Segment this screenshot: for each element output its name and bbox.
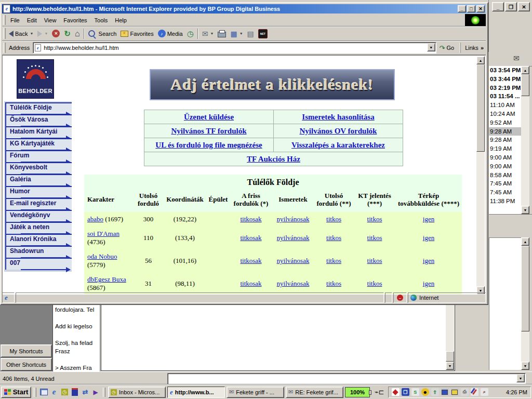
- map-forward-link[interactable]: igen: [423, 215, 434, 223]
- menu-edit[interactable]: Edit: [23, 16, 41, 25]
- outlook-icon[interactable]: ◷: [60, 388, 69, 396]
- menu-view[interactable]: View: [41, 16, 60, 25]
- message-list-item[interactable]: 03 3:44 PM: [489, 75, 521, 84]
- message-list-item[interactable]: 10:24 AM: [489, 110, 521, 118]
- media-player-icon[interactable]: ▶: [91, 388, 100, 396]
- character-link[interactable]: soi D'Aman: [87, 230, 119, 237]
- knowledge-link[interactable]: nyilvánosak: [277, 257, 310, 264]
- search-button[interactable]: Search: [86, 28, 119, 39]
- fresh-turns-link[interactable]: titkosak: [240, 234, 261, 242]
- menu-file[interactable]: File: [7, 16, 23, 25]
- sidebar-item-shadowrun[interactable]: Shadowrun: [5, 246, 72, 258]
- quick-link[interactable]: Ismeretek hasonlítása: [302, 113, 374, 121]
- quick-link[interactable]: Nyilvános TF fordulók: [171, 127, 246, 135]
- menu-help[interactable]: Help: [111, 16, 130, 25]
- last-turn-link[interactable]: titkos: [326, 234, 341, 242]
- scroll-up-icon[interactable]: ▲: [476, 56, 485, 64]
- fresh-turns-link[interactable]: titkosak: [240, 257, 261, 264]
- outlook-list-scrollbar[interactable]: ▲ ▼: [521, 66, 529, 214]
- sidebar-item-j-t-k-a-neten[interactable]: Játék a neten: [5, 222, 72, 234]
- sidebar-item-t-l-l-k-f-ldje[interactable]: Túlélők Földje: [5, 102, 72, 114]
- scroll-up-icon[interactable]: ▲: [521, 237, 529, 246]
- sidebar-item--s-k-v-rosa[interactable]: Ősök Városa: [5, 114, 72, 126]
- map-forward-link[interactable]: igen: [423, 234, 434, 242]
- message-list-item[interactable]: 7:45 AM: [489, 188, 521, 197]
- mail-button[interactable]: ✉▼: [200, 28, 216, 39]
- message-list-item[interactable]: 9:28 AM: [489, 127, 521, 136]
- scrollbar-thumb[interactable]: [446, 351, 454, 362]
- message-list-item[interactable]: 03 3:54 PM: [489, 66, 521, 75]
- map-forward-link[interactable]: igen: [423, 257, 434, 264]
- sidebar-item-e-mail-regiszter[interactable]: E-mail regiszter: [5, 198, 72, 210]
- kt-report-link[interactable]: titkos: [367, 215, 382, 223]
- outlook-close-button[interactable]: ✕: [518, 2, 530, 11]
- last-turn-link[interactable]: titkos: [326, 280, 341, 287]
- message-list-item[interactable]: 9:00 AM: [489, 153, 521, 162]
- battery-indicator[interactable]: 100%: [345, 387, 370, 397]
- sidebar-item-hatalom-k-rty-i[interactable]: Hatalom Kártyái: [5, 126, 72, 138]
- minimize-button[interactable]: _: [458, 5, 466, 12]
- scroll-down-icon[interactable]: ▼: [521, 206, 529, 214]
- print-button[interactable]: [216, 28, 228, 39]
- banner-ad[interactable]: Adj értelmet a klikkelésnek!: [150, 69, 395, 100]
- media-button[interactable]: ♪Media: [156, 28, 185, 39]
- message-list-item[interactable]: 8:58 AM: [489, 171, 521, 180]
- message-list-item[interactable]: 9:52 AM: [489, 118, 521, 127]
- outlook-reading-scrollbar[interactable]: ▲ ▼: [521, 237, 529, 370]
- scroll-down-icon[interactable]: ▼: [446, 362, 454, 370]
- character-link[interactable]: oda Nobuo: [87, 252, 117, 260]
- menu-favorites[interactable]: Favorites: [60, 16, 90, 25]
- start-button[interactable]: Start: [1, 387, 31, 398]
- show-desktop-icon[interactable]: [39, 388, 48, 396]
- messenger-button[interactable]: NET: [256, 28, 270, 39]
- message-list-item[interactable]: 11:10 AM: [489, 101, 521, 110]
- sidebar-item-humor[interactable]: Humor: [5, 186, 72, 198]
- my-shortcuts-button[interactable]: My Shortcuts: [1, 344, 52, 357]
- other-shortcuts-button[interactable]: Other Shortcuts: [1, 358, 52, 371]
- outlook-restore-button[interactable]: ❐: [505, 2, 517, 11]
- sidebar-item-k-nyvesbolt[interactable]: Könyvesbolt: [5, 162, 72, 174]
- chevron-down-icon[interactable]: ▼: [516, 374, 525, 382]
- sidebar-item-kg-k-rtyaj-t-k[interactable]: KG Kártyajáték: [5, 138, 72, 150]
- character-link[interactable]: dbEgesz Buxa: [87, 275, 126, 283]
- maximize-button[interactable]: □: [467, 5, 475, 12]
- stop-button[interactable]: ✕: [50, 28, 62, 39]
- outlook-message-list[interactable]: 03 3:54 PM03 3:44 PM03 2:19 PM03 11:54 .…: [489, 66, 521, 214]
- sidebar-item-gal-ria[interactable]: Galéria: [5, 174, 72, 186]
- scroll-down-icon[interactable]: ▼: [521, 362, 529, 370]
- map-forward-link[interactable]: igen: [423, 280, 434, 287]
- task-button[interactable]: ehttp://www.b...: [167, 387, 225, 398]
- scrollbar-thumb[interactable]: [521, 246, 529, 331]
- tray-monitor2-icon[interactable]: [451, 388, 459, 396]
- tray-sync-icon[interactable]: S: [411, 388, 419, 396]
- outlook-minimize-button[interactable]: _: [492, 2, 504, 11]
- favorites-button[interactable]: Favorites: [118, 28, 155, 39]
- last-turn-link[interactable]: titkos: [326, 215, 341, 223]
- go-button[interactable]: ↷Go: [436, 44, 458, 52]
- message-list-item[interactable]: 9:00 AM: [489, 162, 521, 171]
- scrollbar-thumb[interactable]: [521, 74, 529, 96]
- tray-antivirus-icon[interactable]: [471, 388, 478, 396]
- outlook-status-combo[interactable]: ▼: [167, 373, 526, 384]
- sidebar-item-007[interactable]: 007: [5, 258, 72, 270]
- fresh-turns-link[interactable]: titkosak: [240, 280, 261, 287]
- message-list-item[interactable]: 03 2:19 PM: [489, 84, 521, 92]
- close-button[interactable]: ✕: [476, 5, 485, 12]
- scroll-up-icon[interactable]: ▲: [521, 66, 529, 74]
- ie-title-bar[interactable]: e http://www.beholder.hu/l1.htm - Micros…: [2, 4, 486, 14]
- taskbar-clock[interactable]: 4:26 PM: [506, 389, 527, 395]
- message-body-scrollbar[interactable]: ▼: [446, 305, 454, 370]
- quick-link[interactable]: Üzenet küldése: [184, 113, 234, 121]
- tray-messenger-icon[interactable]: ☻: [421, 388, 429, 396]
- message-list-item[interactable]: 03 11:54 ...: [489, 92, 521, 101]
- tray-printer-icon[interactable]: ⎙: [461, 388, 469, 396]
- sync-icon[interactable]: ⇄: [81, 388, 90, 396]
- tray-shape-icon[interactable]: [392, 388, 400, 396]
- back-button[interactable]: Back▼: [7, 28, 35, 39]
- knowledge-link[interactable]: nyilvánosak: [277, 215, 310, 223]
- home-button[interactable]: ⌂: [73, 28, 82, 39]
- menu-tools[interactable]: Tools: [91, 16, 112, 25]
- quick-link[interactable]: Visszalépés a karakterekhez: [291, 141, 385, 149]
- quick-link[interactable]: TF Aukciós Ház: [247, 155, 300, 163]
- kt-report-link[interactable]: titkos: [367, 257, 382, 264]
